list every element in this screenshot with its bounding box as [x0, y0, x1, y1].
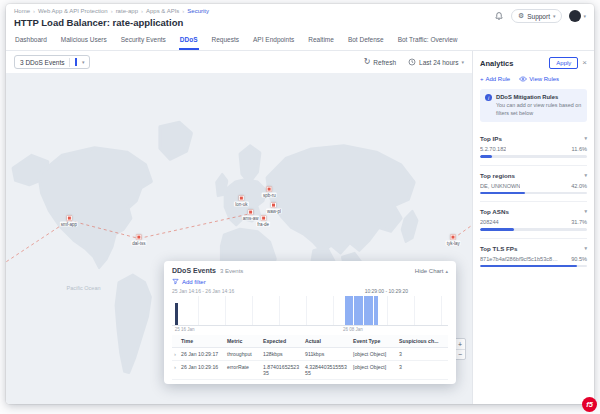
map-marker-smf-app[interactable]: smf-app: [60, 216, 78, 227]
events-filter-select[interactable]: 3 DDoS Events ▾: [14, 55, 90, 69]
section-top-value[interactable]: DE, UNKNOWN: [480, 183, 520, 189]
column-header-expected[interactable]: Expected: [261, 335, 303, 348]
table-cell: 1.8740165252335: [261, 361, 303, 380]
time-range-label: Last 24 hours: [419, 59, 458, 66]
breadcrumb-item-security[interactable]: Security: [187, 8, 209, 14]
breadcrumb-item-web-app-api-protection[interactable]: Web App & API Protection: [38, 8, 108, 14]
breadcrumb-separator: ›: [33, 8, 35, 14]
analytics-section-top-asns: Top ASNs▾20824431.7%: [480, 201, 587, 231]
column-header-event-type[interactable]: Event Type: [351, 335, 397, 348]
breadcrumb-item-home[interactable]: Home: [14, 8, 30, 14]
view-rules-button[interactable]: View Rules: [519, 76, 559, 82]
map-marker-dal-tss[interactable]: dal-tss: [131, 234, 146, 245]
add-rule-button[interactable]: + Add Rule: [480, 76, 510, 82]
tab-ddos[interactable]: DDoS: [179, 32, 199, 50]
breadcrumb-separator: ›: [111, 8, 113, 14]
refresh-label: Refresh: [373, 59, 396, 66]
marker-square-icon: [248, 209, 253, 214]
section-top-value[interactable]: 871e7b4af286bf9cf5c1b53c8887c92e6e0e5f2a: [480, 256, 560, 262]
section-top-value[interactable]: 5.2.70.182: [480, 146, 506, 152]
chart-bar[interactable]: [175, 303, 178, 325]
map-marker-fra-de[interactable]: fra-de: [256, 216, 270, 227]
map-marker-waw-pl[interactable]: waw-pl: [266, 203, 282, 214]
tab-security-events[interactable]: Security Events: [120, 32, 167, 50]
table-cell: errorRate: [225, 361, 261, 380]
axis-tick-label: 25 16 Jan: [175, 327, 195, 332]
hide-chart-label: Hide Chart: [415, 268, 444, 274]
section-header[interactable]: Top regions▾: [480, 172, 587, 179]
marker-square-icon: [267, 186, 272, 191]
zoom-in-button[interactable]: +: [455, 339, 465, 349]
tab-malicious-users[interactable]: Malicious Users: [60, 32, 108, 50]
column-header-suspicious-ch[interactable]: Suspicious ch...: [397, 335, 448, 348]
clock-icon: [408, 58, 416, 66]
column-header-actual[interactable]: Actual: [303, 335, 351, 348]
add-filter-button[interactable]: Add filter: [172, 278, 448, 285]
tab-bot-traffic-overview[interactable]: Bot Traffic: Overview: [397, 32, 459, 50]
tab-api-endpoints[interactable]: API Endpoints: [252, 32, 295, 50]
table-cell: 3: [397, 348, 448, 361]
section-progress-fill: [480, 192, 525, 195]
table-row[interactable]: ›26 Jan 10:29:16errorRate1.8740165252335…: [172, 361, 448, 380]
table-row[interactable]: ›26 Jan 10:29:17throughput128kbps911kbps…: [172, 348, 448, 361]
marker-label: fra-de: [256, 222, 270, 227]
events-count: 3 Events: [220, 268, 243, 274]
section-progress-bar: [480, 228, 587, 231]
section-top-value[interactable]: 208244: [480, 219, 499, 225]
tab-bar: DashboardMalicious UsersSecurity EventsD…: [6, 32, 594, 51]
bell-icon[interactable]: [494, 11, 504, 21]
main-area: 3 DDoS Events ▾ ↻ Refresh Last 24 hours: [6, 51, 594, 404]
column-header-metric[interactable]: Metric: [225, 335, 261, 348]
analytics-section-top-tls-fps: Top TLS FPs▾871e7b4af286bf9cf5c1b53c8887…: [480, 238, 587, 268]
section-value-row: 20824431.7%: [480, 219, 587, 225]
breadcrumb-item-rate-app[interactable]: rate-app: [116, 8, 138, 14]
tab-realtime[interactable]: Realtime: [307, 32, 335, 50]
time-range-select[interactable]: Last 24 hours ▾: [408, 58, 464, 66]
chart-bar[interactable]: [364, 296, 373, 325]
map-marker-tyk-lay[interactable]: tyk-lay: [446, 234, 461, 245]
chart-selection-label: 10:29:00 - 10:29:20: [365, 288, 408, 294]
tab-dashboard[interactable]: Dashboard: [14, 32, 48, 50]
refresh-button[interactable]: ↻ Refresh: [364, 58, 396, 66]
events-panel-header: DDoS Events 3 Events Hide Chart ▴: [172, 267, 448, 274]
apply-button[interactable]: Apply: [549, 57, 578, 69]
section-header[interactable]: Top TLS FPs▾: [480, 245, 587, 252]
map-toolbar: 3 DDoS Events ▾ ↻ Refresh Last 24 hours: [6, 51, 472, 73]
section-header[interactable]: Top ASNs▾: [480, 208, 587, 215]
divider: [69, 58, 70, 67]
tab-bot-defense[interactable]: Bot Defense: [347, 32, 385, 50]
support-menu[interactable]: ⚙ Support ▾: [511, 9, 563, 23]
view-rules-label: View Rules: [529, 76, 559, 82]
add-rule-label: Add Rule: [486, 76, 511, 82]
marker-square-icon: [66, 216, 71, 221]
toolbar-right: ↻ Refresh Last 24 hours ▾: [364, 58, 464, 66]
hide-chart-button[interactable]: Hide Chart ▴: [415, 268, 448, 274]
zoom-out-button[interactable]: −: [455, 349, 465, 359]
map-marker-lon-uk[interactable]: lon-uk: [234, 196, 248, 207]
marker-label: lon-uk: [234, 202, 248, 207]
row-expand-icon[interactable]: ›: [172, 348, 179, 361]
column-header-time[interactable]: Time: [179, 335, 225, 348]
section-label: Top IPs: [480, 135, 502, 142]
eye-icon: [519, 76, 527, 82]
map-marker-spb-ru[interactable]: spb-ru: [262, 186, 277, 197]
close-icon[interactable]: ×: [582, 59, 587, 67]
events-chart[interactable]: [172, 296, 448, 326]
gear-icon: ⚙: [518, 12, 524, 20]
tab-requests[interactable]: Requests: [211, 32, 240, 50]
section-percent: 42.0%: [567, 183, 587, 189]
chart-bar[interactable]: [345, 296, 354, 325]
user-menu[interactable]: ▾: [569, 10, 586, 22]
table-cell: 911kbps: [303, 348, 351, 361]
info-body: You can add or view rules based on filte…: [496, 102, 582, 117]
info-icon: i: [485, 94, 492, 101]
breadcrumb-item-apps-apis[interactable]: Apps & APIs: [146, 8, 179, 14]
world-map[interactable]: smf-appdal-tsslon-ukams-awfra-dewaw-plsp…: [6, 73, 472, 404]
chart-bar[interactable]: [374, 296, 378, 325]
text-cursor: [75, 58, 77, 66]
chart-bar[interactable]: [354, 296, 363, 325]
events-table: TimeMetricExpectedActualEvent TypeSuspic…: [172, 335, 448, 380]
row-expand-icon[interactable]: ›: [172, 361, 179, 380]
section-header[interactable]: Top IPs▾: [480, 135, 587, 142]
chevron-up-icon: ▴: [445, 268, 448, 274]
